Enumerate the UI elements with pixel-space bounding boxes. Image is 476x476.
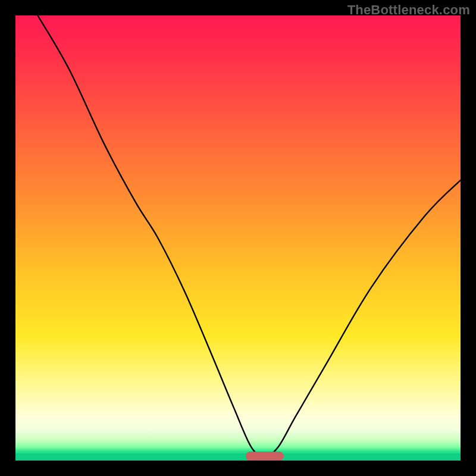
optimal-point-marker [246,452,284,461]
bottleneck-curve [15,15,461,461]
watermark-text: TheBottleneck.com [347,2,470,18]
chart-frame: TheBottleneck.com [0,0,476,476]
plot-area [15,15,461,461]
